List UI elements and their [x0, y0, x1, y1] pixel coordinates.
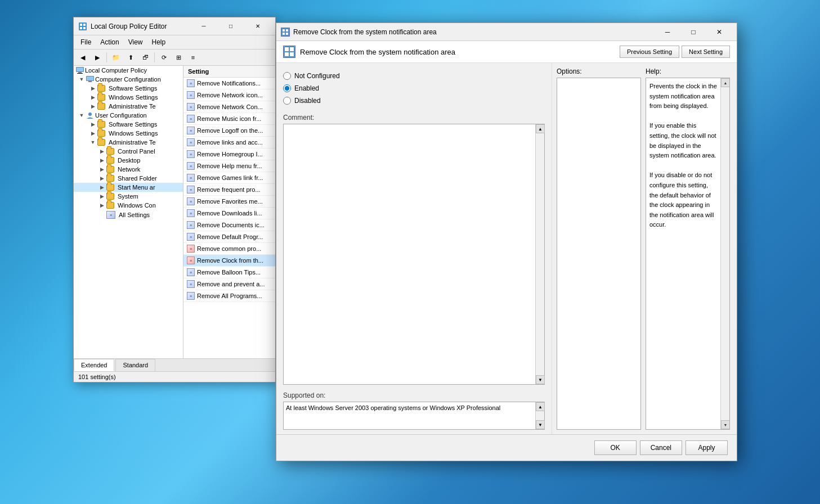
list-item[interactable]: ≡ Remove Documents ic...: [183, 219, 275, 231]
admin-te-2-label: Administrative Te: [109, 139, 156, 146]
new-window-button[interactable]: 🗗: [138, 51, 152, 64]
lgpe-titlebar-controls: ─ □ ✕: [191, 17, 271, 35]
lgpe-close-button[interactable]: ✕: [245, 17, 271, 35]
expand-icon[interactable]: ▼: [78, 76, 85, 83]
expand-icon-desktop[interactable]: ▶: [98, 157, 105, 164]
back-button[interactable]: ◀: [76, 51, 89, 64]
supported-text: At least Windows Server 2003 operating s…: [284, 402, 535, 429]
expand-icon-shared[interactable]: ▶: [98, 175, 105, 182]
radio-not-configured[interactable]: Not Configured: [283, 72, 545, 80]
expand-icon-system[interactable]: ▶: [98, 193, 105, 200]
list-item[interactable]: ≡ Remove frequent pro...: [183, 184, 275, 196]
supported-scroll-up[interactable]: ▲: [536, 402, 545, 411]
expand-icon-admin1[interactable]: ▶: [89, 103, 96, 110]
dialog-minimize-button[interactable]: ─: [655, 23, 680, 41]
tree-node-all-settings[interactable]: ≡ All Settings: [74, 210, 183, 220]
desktop-label: Desktop: [118, 157, 140, 164]
expand-icon-wincon[interactable]: ▶: [98, 202, 105, 209]
expand-icon-win2[interactable]: ▶: [89, 130, 96, 137]
tree-node-admin2[interactable]: ▼ Administrative Te: [74, 138, 183, 147]
menu-view[interactable]: View: [124, 37, 147, 48]
apply-button[interactable]: Apply: [685, 440, 728, 455]
tree-node-computer-config[interactable]: ▼ Computer Configuration: [74, 75, 183, 84]
dialog-close-button[interactable]: ✕: [706, 23, 732, 41]
tree-node-control-panel[interactable]: ▶ Control Panel: [74, 147, 183, 156]
tree-node-win-con[interactable]: ▶ Windows Con: [74, 201, 183, 210]
tree-node-admin1[interactable]: ▶ Administrative Te: [74, 102, 183, 111]
radio-enabled-input[interactable]: [283, 84, 291, 92]
setting-label-11: Remove Downloads li...: [197, 210, 272, 217]
lgpe-minimize-button[interactable]: ─: [191, 17, 217, 35]
list-item[interactable]: ≡ Remove Network icon...: [183, 89, 275, 101]
expand-icon-sw1[interactable]: ▶: [89, 85, 96, 92]
list-item[interactable]: ≡ Remove links and acc...: [183, 137, 275, 148]
menu-help[interactable]: Help: [147, 37, 171, 48]
list-item[interactable]: ≡ Remove Notifications...: [183, 78, 275, 89]
list-item[interactable]: ≡ Remove Default Progr...: [183, 231, 275, 243]
help-scroll-down[interactable]: ▼: [721, 420, 730, 429]
radio-enabled[interactable]: Enabled: [283, 84, 545, 92]
settings-button[interactable]: ≡: [186, 51, 200, 64]
list-item[interactable]: ≡ Remove Help menu fr...: [183, 160, 275, 172]
tree-node-network[interactable]: ▶ Network: [74, 165, 183, 174]
scroll-down-btn[interactable]: ▼: [536, 375, 545, 384]
tree-node-root[interactable]: Local Computer Policy: [74, 66, 183, 75]
expand-icon-sw2[interactable]: ▶: [89, 121, 96, 128]
prev-setting-button[interactable]: Previous Setting: [620, 46, 679, 58]
list-item[interactable]: ≡ Remove Downloads li...: [183, 208, 275, 219]
list-item[interactable]: ≡ Remove Clock from th...: [183, 255, 275, 267]
toolbar-sep-1: [106, 52, 107, 62]
radio-not-configured-input[interactable]: [283, 72, 291, 80]
show-hide-button[interactable]: 📁: [109, 51, 123, 64]
dialog-maximize-button[interactable]: □: [680, 23, 706, 41]
forward-button[interactable]: ▶: [91, 51, 104, 64]
filter-button[interactable]: ⊞: [172, 51, 185, 64]
expand-icon-admin2[interactable]: ▼: [89, 139, 96, 146]
list-item[interactable]: ≡ Remove Network Con...: [183, 101, 275, 113]
tree-node-shared[interactable]: ▶ Shared Folder: [74, 174, 183, 183]
list-item[interactable]: ≡ Remove Games link fr...: [183, 172, 275, 184]
computer-icon-2: [86, 76, 94, 83]
menu-action[interactable]: Action: [96, 37, 123, 48]
tree-node-win1[interactable]: ▶ Windows Settings: [74, 93, 183, 102]
tree-node-win2[interactable]: ▶ Windows Settings: [74, 129, 183, 138]
ok-button[interactable]: OK: [594, 440, 637, 455]
expand-icon-user[interactable]: ▼: [78, 112, 85, 119]
menu-file[interactable]: File: [76, 37, 96, 48]
tab-standard[interactable]: Standard: [115, 359, 155, 371]
scroll-up-btn[interactable]: ▲: [536, 124, 545, 133]
list-item[interactable]: ≡ Remove All Programs...: [183, 290, 275, 302]
list-item[interactable]: ≡ Remove and prevent a...: [183, 278, 275, 290]
svg-rect-19: [285, 47, 289, 51]
list-item[interactable]: ≡ Remove Balloon Tips...: [183, 267, 275, 278]
list-item[interactable]: ≡ Remove common pro...: [183, 243, 275, 255]
comment-textarea[interactable]: [284, 124, 535, 384]
cancel-button[interactable]: Cancel: [640, 440, 682, 455]
expand-icon-cp[interactable]: ▶: [98, 148, 105, 155]
tab-extended[interactable]: Extended: [74, 359, 114, 371]
expand-icon-win1[interactable]: ▶: [89, 94, 96, 101]
tree-node-user-config[interactable]: ▼ User Configuration: [74, 111, 183, 120]
tree-node-sw1[interactable]: ▶ Software Settings: [74, 84, 183, 93]
list-item[interactable]: ≡ Remove Music icon fr...: [183, 113, 275, 125]
list-item[interactable]: ≡ Remove Homegroup I...: [183, 148, 275, 160]
lgpe-maximize-button[interactable]: □: [218, 17, 244, 35]
radio-disabled[interactable]: Disabled: [283, 97, 545, 105]
tree-node-desktop[interactable]: ▶ Desktop: [74, 156, 183, 165]
tree-node-start-menu[interactable]: ▶ Start Menu ar: [74, 183, 183, 192]
up-button[interactable]: ⬆: [124, 51, 137, 64]
dialog-footer: OK Cancel Apply: [276, 434, 737, 461]
refresh-button[interactable]: ⟳: [157, 51, 171, 64]
supported-scroll-down[interactable]: ▼: [536, 420, 545, 429]
folder-icon-admin2: [97, 139, 105, 146]
list-item[interactable]: ≡ Remove Favorites me...: [183, 196, 275, 208]
next-setting-button[interactable]: Next Setting: [682, 46, 730, 58]
expand-icon-start[interactable]: ▶: [98, 184, 105, 191]
tree-node-system[interactable]: ▶ System: [74, 192, 183, 201]
radio-disabled-input[interactable]: [283, 97, 291, 105]
tree-node-sw2[interactable]: ▶ Software Settings: [74, 120, 183, 129]
setting-icon-13: ≡: [187, 233, 195, 241]
list-item[interactable]: ≡ Remove Logoff on the...: [183, 125, 275, 137]
expand-icon-network[interactable]: ▶: [98, 166, 105, 173]
help-scroll-up[interactable]: ▲: [721, 78, 730, 87]
